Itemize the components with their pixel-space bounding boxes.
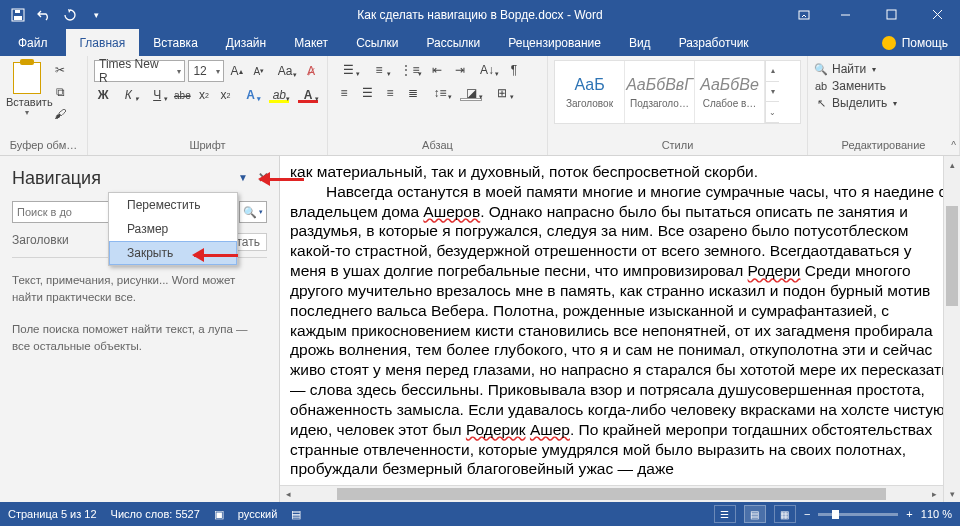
nav-pane-menu-icon[interactable]: ▼	[238, 172, 248, 183]
align-right-icon[interactable]: ≡	[380, 83, 400, 103]
tab-file[interactable]: Файл	[0, 29, 66, 56]
menu-item-close[interactable]: Закрыть	[109, 241, 237, 265]
scroll-right-icon[interactable]: ▸	[926, 489, 943, 499]
bold-button[interactable]: Ж	[94, 85, 112, 105]
undo-icon[interactable]	[32, 3, 56, 27]
clear-formatting-icon[interactable]: A̷	[302, 61, 321, 81]
style-scroll-up-icon[interactable]: ▴	[766, 61, 779, 82]
status-word-count[interactable]: Число слов: 5527	[111, 508, 200, 520]
menu-item-size[interactable]: Размер	[109, 217, 237, 241]
nav-tab-headings[interactable]: Заголовки	[12, 233, 69, 251]
scroll-up-icon[interactable]: ▴	[944, 156, 960, 173]
style-subtitle[interactable]: АаБбВвГПодзаголо…	[625, 61, 695, 123]
change-case-icon[interactable]: Aa	[272, 61, 299, 81]
collapse-ribbon-icon[interactable]: ^	[951, 140, 956, 151]
format-painter-icon[interactable]: 🖌	[50, 104, 70, 124]
spelling-error[interactable]: Ашеров	[423, 203, 480, 220]
decrease-indent-icon[interactable]: ⇤	[427, 60, 447, 80]
scroll-left-icon[interactable]: ◂	[280, 489, 297, 499]
document-viewport[interactable]: как материальный, так и духовный, поток …	[280, 156, 960, 502]
justify-icon[interactable]: ≣	[403, 83, 423, 103]
tab-mailings[interactable]: Рассылки	[412, 29, 494, 56]
font-color-icon[interactable]: A	[295, 85, 321, 105]
sort-icon[interactable]: A↓	[473, 60, 501, 80]
shrink-font-icon[interactable]: A▾	[249, 61, 268, 81]
tell-me[interactable]: Помощь	[882, 29, 960, 56]
increase-indent-icon[interactable]: ⇥	[450, 60, 470, 80]
status-language[interactable]: русский	[238, 508, 277, 520]
qat-customize-icon[interactable]: ▾	[84, 3, 108, 27]
style-subtle[interactable]: АаБбВеСлабое в…	[695, 61, 765, 123]
spelling-error[interactable]: Родерик	[466, 421, 526, 438]
cursor-icon: ↖	[814, 96, 828, 110]
lightbulb-icon	[882, 36, 896, 50]
editing-group-label: Редактирование	[814, 137, 953, 153]
cut-icon[interactable]: ✂	[50, 60, 70, 80]
nav-search-button[interactable]: 🔍	[239, 201, 267, 223]
find-button[interactable]: 🔍Найти▾	[814, 62, 953, 76]
spelling-error[interactable]: Родери	[748, 262, 801, 279]
tab-references[interactable]: Ссылки	[342, 29, 412, 56]
status-page[interactable]: Страница 5 из 12	[8, 508, 97, 520]
tab-home[interactable]: Главная	[66, 29, 140, 56]
menu-item-move[interactable]: Переместить	[109, 193, 237, 217]
replace-button[interactable]: abЗаменить	[814, 79, 953, 93]
spelling-error[interactable]: Ашер	[530, 421, 570, 438]
tab-review[interactable]: Рецензирование	[494, 29, 615, 56]
minimize-icon[interactable]	[822, 0, 868, 29]
status-spellcheck-icon[interactable]: ▣	[214, 508, 224, 521]
ribbon-display-options-icon[interactable]	[786, 0, 822, 29]
borders-icon[interactable]: ⊞	[488, 83, 516, 103]
zoom-out-icon[interactable]: −	[804, 508, 810, 520]
copy-icon[interactable]: ⧉	[50, 82, 70, 102]
select-button[interactable]: ↖Выделить▾	[814, 96, 953, 110]
align-left-icon[interactable]: ≡	[334, 83, 354, 103]
style-expand-icon[interactable]: ⌄	[766, 102, 779, 123]
underline-button[interactable]: Ч	[144, 85, 170, 105]
tab-insert[interactable]: Вставка	[139, 29, 212, 56]
save-icon[interactable]	[6, 3, 30, 27]
view-print-layout-icon[interactable]: ▤	[744, 505, 766, 523]
nav-pane-close-icon[interactable]: ✕	[258, 170, 269, 185]
shading-icon[interactable]: ◪	[457, 83, 485, 103]
style-scroll-down-icon[interactable]: ▾	[766, 82, 779, 103]
close-icon[interactable]	[914, 0, 960, 29]
style-heading[interactable]: АаБЗаголовок	[555, 61, 625, 123]
grow-font-icon[interactable]: A▴	[227, 61, 246, 81]
zoom-slider[interactable]	[818, 513, 898, 516]
maximize-icon[interactable]	[868, 0, 914, 29]
zoom-level[interactable]: 110 %	[921, 508, 952, 520]
show-marks-icon[interactable]: ¶	[504, 60, 524, 80]
scroll-thumb-h[interactable]	[337, 488, 886, 500]
redo-icon[interactable]	[58, 3, 82, 27]
line-spacing-icon[interactable]: ↕≡	[426, 83, 454, 103]
align-center-icon[interactable]: ☰	[357, 83, 377, 103]
zoom-in-icon[interactable]: +	[906, 508, 912, 520]
view-read-mode-icon[interactable]: ☰	[714, 505, 736, 523]
horizontal-scrollbar[interactable]: ◂ ▸	[280, 485, 943, 502]
text-effects-icon[interactable]: A	[238, 85, 264, 105]
view-web-layout-icon[interactable]: ▦	[774, 505, 796, 523]
status-macro-icon[interactable]: ▤	[291, 508, 301, 521]
vertical-scrollbar[interactable]: ▴ ▾	[943, 156, 960, 502]
bullets-icon[interactable]: ☰	[334, 60, 362, 80]
tab-view[interactable]: Вид	[615, 29, 665, 56]
paste-button[interactable]: Вставить ▾	[6, 60, 48, 117]
tab-layout[interactable]: Макет	[280, 29, 342, 56]
superscript-icon[interactable]: x2	[216, 85, 234, 105]
tab-developer[interactable]: Разработчик	[665, 29, 763, 56]
font-size-combo[interactable]: 12	[188, 60, 223, 82]
styles-group-label: Стили	[554, 137, 801, 153]
scroll-down-icon[interactable]: ▾	[944, 485, 960, 502]
subscript-icon[interactable]: x2	[195, 85, 213, 105]
multilevel-list-icon[interactable]: ⋮≡	[396, 60, 424, 80]
strikethrough-button[interactable]: abe	[173, 85, 192, 105]
search-icon: 🔍	[814, 62, 828, 76]
tab-design[interactable]: Дизайн	[212, 29, 280, 56]
font-name-combo[interactable]: Times New R	[94, 60, 185, 82]
style-gallery: АаБЗаголовок АаБбВвГПодзаголо… АаБбВеСла…	[554, 60, 801, 124]
scroll-thumb[interactable]	[946, 206, 958, 306]
numbering-icon[interactable]: ≡	[365, 60, 393, 80]
italic-button[interactable]: К	[115, 85, 141, 105]
highlight-color-icon[interactable]: ab	[266, 85, 292, 105]
